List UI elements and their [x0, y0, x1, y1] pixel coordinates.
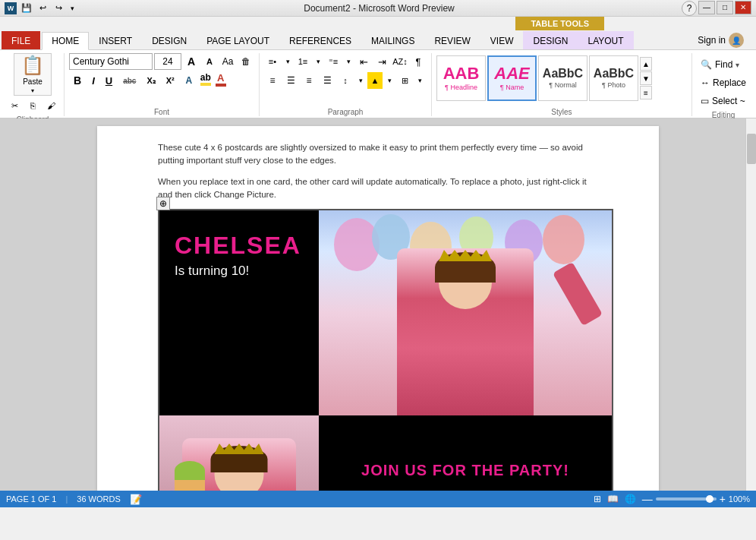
tab-mailings[interactable]: MAILINGS [361, 31, 424, 49]
sign-in-button[interactable]: Sign in 👤 [691, 31, 750, 49]
quick-access-dropdown[interactable]: ▾ [68, 2, 77, 15]
ribbon-group-clipboard: 📋 Paste ▾ ✂ ⎘ 🖌 Clipboard [2, 53, 65, 116]
tab-review[interactable]: REVIEW [424, 31, 480, 49]
tab-table-design[interactable]: DESIGN [523, 31, 578, 49]
tab-insert[interactable]: INSERT [89, 31, 142, 49]
format-painter-button[interactable]: 🖌 [43, 97, 59, 114]
sort-button[interactable]: AZ↕ [392, 53, 408, 70]
font-color-icon: A [217, 72, 224, 84]
select-button[interactable]: ▭ Select ~ [697, 93, 750, 109]
replace-button[interactable]: ↔ Replace [697, 74, 750, 91]
superscript-button[interactable]: X² [162, 72, 179, 89]
font-color-button[interactable]: A [214, 72, 228, 89]
change-case-button[interactable]: Aa [219, 53, 236, 70]
find-dropdown-arrow: ▾ [736, 61, 739, 69]
zoom-controls: — + 100% [642, 493, 750, 505]
style-headline[interactable]: AAB ¶ Headline [436, 55, 486, 101]
shading-dropdown[interactable]: ▾ [384, 72, 395, 89]
zoom-in-button[interactable]: + [720, 493, 726, 505]
status-bar: PAGE 1 OF 1 | 36 WORDS 📝 ⊞ 📖 🌐 — + 100% [0, 491, 756, 507]
tab-table-layout[interactable]: LAYOUT [578, 31, 633, 49]
vertical-scrollbar[interactable] [745, 118, 756, 491]
multilevel-dropdown[interactable]: ▾ [343, 53, 354, 70]
tab-references[interactable]: REFERENCES [279, 31, 361, 49]
style-photo[interactable]: AaBbC ¶ Photo [589, 55, 638, 101]
minimize-button[interactable]: — [698, 1, 715, 14]
line-spacing-button[interactable]: ↕ [337, 72, 354, 89]
cut-button[interactable]: ✂ [6, 97, 23, 114]
subscript-button[interactable]: X₂ [142, 72, 159, 89]
pilcrow-button[interactable]: ¶ [410, 53, 427, 70]
help-button[interactable]: ? [682, 1, 697, 16]
clear-formatting-button[interactable]: 🗑 [238, 53, 254, 70]
read-view-button[interactable]: 📖 [607, 494, 619, 504]
instructions-text-1: These cute 4 x 6 postcards are slightly … [158, 141, 598, 168]
layout-view-button[interactable]: ⊞ [594, 494, 601, 504]
small-photo-sim [159, 415, 319, 491]
document-area: These cute 4 x 6 postcards are slightly … [0, 118, 756, 491]
close-button[interactable]: ✕ [735, 1, 751, 14]
font-color-swatch [216, 84, 226, 87]
numbering-dropdown[interactable]: ▾ [313, 53, 323, 70]
highlight-color-button[interactable]: ab [199, 72, 213, 89]
style-headline-name: ¶ Headline [445, 84, 477, 91]
font-size-decrease-button[interactable]: A [201, 53, 218, 70]
maximize-button[interactable]: □ [717, 1, 733, 14]
shading-button[interactable]: ▲ [367, 72, 383, 89]
strikethrough-button[interactable]: abc [118, 72, 140, 89]
align-left-button[interactable]: ≡ [264, 72, 281, 89]
date-placeholder: [Date and Time] [419, 487, 512, 491]
style-scroll-controls: ▲ ▼ ≡ [640, 57, 652, 99]
font-size-input[interactable] [154, 53, 181, 70]
undo-button[interactable]: ↩ [36, 2, 49, 15]
scroll-thumb[interactable] [747, 134, 756, 164]
style-name[interactable]: AAE ¶ Name [487, 55, 537, 101]
align-right-button[interactable]: ≡ [301, 72, 317, 89]
tab-home[interactable]: HOME [42, 32, 89, 50]
numbering-button[interactable]: 1≡ [295, 53, 311, 70]
highlight-color-swatch [200, 83, 211, 86]
find-button[interactable]: 🔍 Find ▾ [697, 56, 750, 73]
save-button[interactable]: 💾 [20, 2, 33, 15]
font-size-increase-button[interactable]: A [183, 53, 200, 70]
bullets-button[interactable]: ≡• [264, 53, 281, 70]
borders-button[interactable]: ⊞ [396, 72, 413, 89]
underline-button[interactable]: U [101, 72, 117, 89]
tab-design[interactable]: DESIGN [142, 31, 197, 49]
justify-button[interactable]: ☰ [319, 72, 335, 89]
zoom-out-button[interactable]: — [642, 493, 653, 505]
line-spacing-dropdown[interactable]: ▾ [355, 72, 366, 89]
select-label: Select ~ [712, 96, 745, 106]
bold-button[interactable]: B [69, 72, 86, 89]
multilevel-button[interactable]: ⁼≡ [325, 53, 342, 70]
paste-button[interactable]: 📋 Paste ▾ [14, 53, 52, 96]
paragraph-row-2: ≡ ☰ ≡ ☰ ↕ ▾ ▲ ▾ ⊞ ▾ [264, 72, 427, 89]
card-move-handle[interactable]: ⊕ [156, 197, 170, 210]
borders-dropdown[interactable]: ▾ [414, 72, 425, 89]
bullets-dropdown[interactable]: ▾ [282, 53, 293, 70]
style-more[interactable]: ≡ [640, 86, 652, 99]
align-center-button[interactable]: ☰ [282, 72, 299, 89]
ribbon-group-paragraph: ≡• ▾ 1≡ ▾ ⁼≡ ▾ ⇤ ⇥ AZ↕ ¶ ≡ ☰ ≡ ☰ ↕ ▾ ▲ ▾… [260, 53, 432, 116]
font-name-input[interactable] [69, 53, 153, 70]
italic-button[interactable]: I [87, 72, 99, 89]
proofing-icon[interactable]: 📝 [130, 494, 142, 505]
style-scroll-down[interactable]: ▼ [640, 71, 652, 85]
tab-file[interactable]: FILE [2, 31, 40, 49]
tab-page-layout[interactable]: PAGE LAYOUT [197, 31, 279, 49]
text-effects-button[interactable]: A [181, 72, 197, 89]
style-scroll-up[interactable]: ▲ [640, 57, 652, 71]
style-photo-label: ¶ Photo [602, 81, 625, 89]
copy-button[interactable]: ⎘ [24, 97, 41, 114]
zoom-slider[interactable] [656, 497, 717, 501]
ribbon-group-font: A A Aa 🗑 B I U abc X₂ X² A ab A [65, 53, 260, 116]
title-bar: W 💾 ↩ ↪ ▾ Document2 - Microsoft Word Pre… [0, 0, 756, 17]
web-view-button[interactable]: 🌐 [625, 494, 636, 504]
style-name-label: ¶ Name [500, 84, 524, 91]
redo-button[interactable]: ↪ [52, 2, 65, 15]
zoom-level: 100% [729, 494, 750, 504]
tab-view[interactable]: VIEW [480, 31, 524, 49]
increase-indent-button[interactable]: ⇥ [373, 53, 390, 70]
decrease-indent-button[interactable]: ⇤ [355, 53, 372, 70]
style-normal[interactable]: AaBbC ¶ Normal [538, 55, 587, 101]
